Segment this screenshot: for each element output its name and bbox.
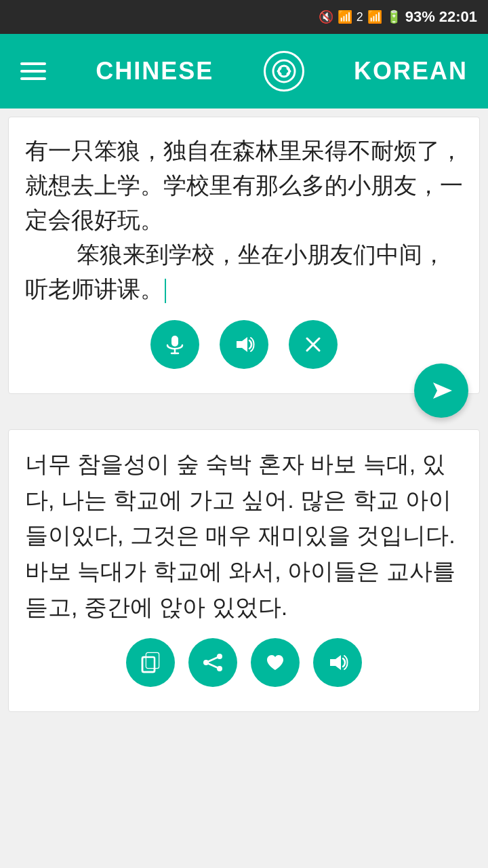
svg-line-15: [206, 656, 220, 663]
menu-line: [20, 77, 46, 80]
speaker-button-target[interactable]: [313, 638, 362, 687]
battery-icon: 🔋: [386, 9, 401, 24]
text-cursor: [165, 279, 166, 303]
like-button[interactable]: [251, 638, 300, 687]
signal-icon: 📶: [367, 9, 382, 24]
battery-level: 93%: [405, 8, 435, 26]
target-text: 너무 참을성이 숲 숙박 혼자 바보 늑대, 있다, 나는 학교에 가고 싶어.…: [25, 446, 463, 625]
main-content: 有一只笨狼，独自在森林里呆得不耐烦了，就想去上学。学校里有那么多的小朋友，一定会…: [0, 108, 488, 868]
svg-marker-7: [433, 382, 452, 399]
target-panel: 너무 참을성이 숲 숙박 혼자 바보 늑대, 있다, 나는 학교에 가고 싶어.…: [8, 429, 480, 712]
status-icons: 🔇 📶 2 📶 🔋 93% 22:01: [319, 8, 477, 26]
svg-point-0: [273, 60, 295, 82]
source-language-label[interactable]: CHINESE: [96, 57, 214, 85]
target-language-label[interactable]: KOREAN: [354, 57, 468, 85]
share-button[interactable]: [188, 638, 237, 687]
source-text[interactable]: 有一只笨狼，独自在森林里呆得不耐烦了，就想去上学。学校里有那么多的小朋友，一定会…: [25, 134, 463, 307]
source-controls: [25, 307, 463, 380]
speaker-button[interactable]: [220, 320, 268, 369]
sim-icon: 2: [357, 10, 363, 24]
copy-button[interactable]: [126, 638, 175, 687]
clock: 22:01: [439, 8, 477, 26]
menu-line: [20, 70, 46, 73]
source-panel: 有一只笨狼，独自在森林里呆得不耐烦了，就想去上学。学校里有那么多的小朋友，一定会…: [8, 117, 480, 394]
wifi-icon: 📶: [338, 9, 352, 24]
swap-languages-button[interactable]: [264, 51, 304, 92]
clear-button[interactable]: [289, 320, 338, 369]
svg-line-16: [206, 663, 220, 669]
menu-line: [20, 62, 46, 65]
send-button[interactable]: [414, 363, 468, 418]
mic-button[interactable]: [150, 320, 199, 369]
mute-icon: 🔇: [319, 9, 333, 24]
app-header: CHINESE KOREAN: [0, 34, 488, 108]
svg-marker-4: [237, 337, 247, 352]
target-controls: [25, 625, 463, 698]
svg-rect-1: [171, 336, 178, 347]
svg-marker-17: [330, 655, 341, 670]
status-bar: 🔇 📶 2 📶 🔋 93% 22:01: [0, 0, 488, 34]
menu-button[interactable]: [20, 62, 46, 80]
svg-rect-10: [146, 653, 159, 668]
